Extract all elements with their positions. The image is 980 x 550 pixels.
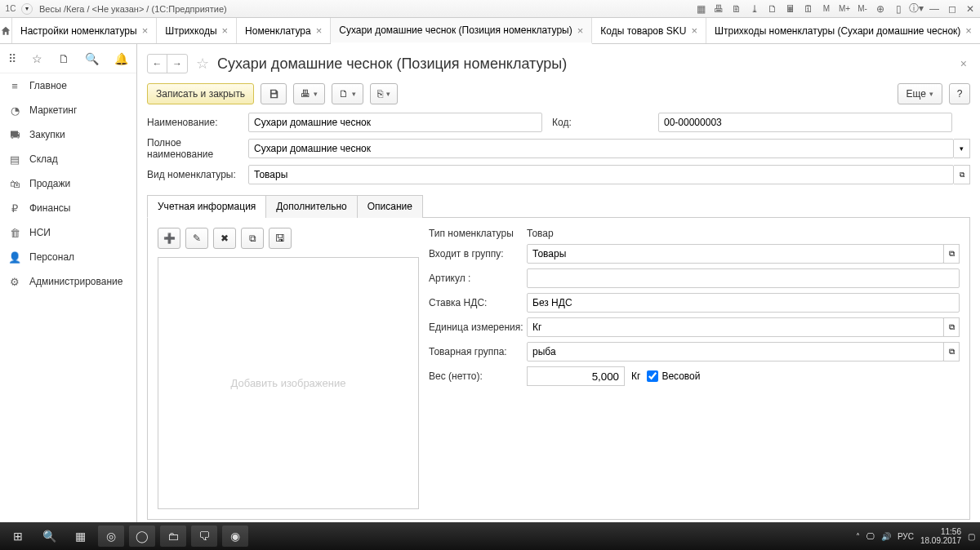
image-placeholder[interactable]: Добавить изображение [158, 257, 419, 509]
tab-close-icon[interactable]: × [316, 24, 323, 37]
tab-close-icon[interactable]: × [577, 24, 584, 37]
ptgroup-open-button[interactable]: ⧉ [943, 342, 960, 361]
tab-5[interactable]: Штрихкоды номенклатуры (Сухари домашние … [706, 18, 980, 43]
favorite-star-icon[interactable]: ☆ [196, 55, 209, 73]
ti-icon-4[interactable]: ⤓ [748, 2, 761, 16]
tb-app-4[interactable]: 🗨 [191, 526, 217, 547]
sidebar-item-4[interactable]: 🛍Продажи [0, 171, 136, 196]
type-open-button[interactable]: ⧉ [954, 165, 970, 184]
tb-taskview-icon[interactable]: ▦ [67, 526, 93, 547]
calc-icon[interactable]: 🖩 [784, 2, 797, 16]
tray-lang[interactable]: РУС [898, 532, 914, 541]
dtab-0[interactable]: Учетная информация [147, 195, 266, 218]
m-icon[interactable]: M [820, 2, 833, 16]
dtab-1[interactable]: Дополнительно [265, 195, 357, 218]
ptgroup-input[interactable]: рыба [527, 342, 944, 361]
fullname-dropdown-button[interactable]: ▾ [954, 139, 970, 158]
tb-search-icon[interactable]: 🔍 [36, 526, 62, 547]
ti-icon-5[interactable]: 🗋 [766, 2, 779, 16]
img-edit-button[interactable]: ✎ [185, 228, 208, 249]
sidebar-item-2[interactable]: ⛟Закупки [0, 122, 136, 147]
star-icon[interactable]: ☆ [32, 52, 42, 65]
panel-icon[interactable]: ▯ [892, 2, 905, 16]
sidebar-item-8[interactable]: ⚙Администрирование [0, 269, 136, 294]
tab-label: Номенклатура [245, 25, 311, 37]
name-input[interactable] [248, 113, 542, 132]
help-button[interactable]: ? [949, 83, 970, 104]
apps-icon[interactable]: ⠿ [8, 52, 16, 65]
sidebar-item-5[interactable]: ₽Финансы [0, 196, 136, 220]
sidebar-item-0[interactable]: ≡Главное [0, 73, 136, 98]
minimize-icon[interactable]: — [928, 2, 941, 16]
img-open-button[interactable]: ⧉ [241, 228, 264, 249]
clipboard-icon[interactable]: 🗋 [58, 52, 69, 65]
particle-label: Артикул : [429, 273, 527, 284]
save-button[interactable] [261, 83, 287, 104]
particle-input[interactable] [527, 268, 960, 288]
punit-open-button[interactable]: ⧉ [943, 317, 960, 337]
tb-app-5[interactable]: ◉ [222, 526, 248, 547]
sidebar-item-7[interactable]: 👤Персонал [0, 245, 136, 269]
ti-icon-1[interactable]: ▦ [694, 2, 707, 16]
pgroup-input[interactable]: Товары [527, 244, 944, 264]
mplus-icon[interactable]: M+ [838, 2, 851, 16]
tray-notif-icon[interactable]: ▢ [968, 532, 975, 541]
print-button[interactable]: 🖶▾ [293, 83, 325, 104]
pgroup-open-button[interactable]: ⧉ [943, 244, 960, 264]
ptgroup-label: Товарная группа: [429, 346, 527, 357]
tray: ˄ 🖵 🔊 РУС 11:56 18.09.2017 ▢ [856, 527, 975, 545]
fullname-input[interactable] [248, 139, 954, 158]
sidebar-item-6[interactable]: 🗑НСИ [0, 220, 136, 245]
tray-clock[interactable]: 11:56 18.09.2017 [920, 527, 961, 545]
tab-3[interactable]: Сухари домашние чеснок (Позиция номенкла… [331, 18, 592, 44]
tb-app-1[interactable]: ◎ [98, 526, 124, 547]
close-icon[interactable]: ✕ [964, 2, 977, 16]
nav-back-button[interactable]: ← [148, 55, 167, 73]
home-tab[interactable] [0, 18, 12, 43]
code-input[interactable] [658, 113, 952, 132]
zoom-icon[interactable]: ⊕ [874, 2, 887, 16]
sidebar-item-1[interactable]: ◔Маркетинг [0, 98, 136, 122]
sales-icon: 🛍 [8, 178, 21, 190]
img-del-button[interactable]: ✖ [213, 228, 236, 249]
tab-close-icon[interactable]: × [691, 24, 697, 37]
img-add-button[interactable]: ➕ [158, 228, 180, 249]
tab-1[interactable]: Штрихкоды× [157, 18, 237, 43]
more-button[interactable]: Еще ▾ [898, 83, 942, 104]
doc-icon[interactable]: 🗎 [730, 2, 743, 16]
app-menu-dropdown[interactable]: ▾ [21, 3, 33, 15]
start-button[interactable]: ⊞ [5, 526, 31, 547]
send-button[interactable]: ⎘▾ [370, 83, 398, 104]
maximize-icon[interactable]: ◻ [946, 2, 959, 16]
img-save-button[interactable]: 🖫 [269, 228, 292, 249]
tb-app-2[interactable]: ◯ [129, 526, 155, 547]
tab-close-icon[interactable]: × [222, 24, 229, 37]
diskette-icon [268, 88, 279, 100]
type-input[interactable] [248, 165, 954, 184]
nav-fwd-button[interactable]: → [167, 55, 187, 73]
tab-4[interactable]: Коды товаров SKU× [592, 18, 706, 43]
attach-button[interactable]: 🗋▾ [332, 83, 363, 104]
save-close-button[interactable]: Записать и закрыть [147, 83, 254, 104]
tray-sound-icon[interactable]: 🔊 [881, 532, 891, 541]
search-icon[interactable]: 🔍 [85, 52, 99, 65]
sidebar-item-3[interactable]: ▤Склад [0, 147, 136, 171]
tab-close-icon[interactable]: × [965, 24, 972, 37]
tray-monitor-icon[interactable]: 🖵 [866, 532, 875, 541]
pvat-input[interactable]: Без НДС [527, 293, 960, 313]
tab-close-icon[interactable]: × [142, 24, 149, 37]
info-icon[interactable]: ⓘ▾ [910, 2, 923, 16]
print-icon[interactable]: 🖶 [712, 2, 725, 16]
bell-icon[interactable]: 🔔 [114, 52, 128, 65]
tb-app-3[interactable]: 🗀 [160, 526, 186, 547]
tab-2[interactable]: Номенклатура× [237, 18, 331, 43]
calendar-icon[interactable]: 🗓 [802, 2, 815, 16]
tab-0[interactable]: Настройки номенклатуры× [12, 18, 157, 43]
dtab-2[interactable]: Описание [357, 195, 423, 218]
pweight-input[interactable] [527, 366, 625, 386]
punit-input[interactable]: Кг [527, 317, 944, 337]
mminus-icon[interactable]: M- [856, 2, 869, 16]
pweight-checkbox[interactable] [647, 370, 658, 382]
close-page-button[interactable]: × [960, 57, 970, 70]
tray-up-icon[interactable]: ˄ [856, 532, 860, 541]
